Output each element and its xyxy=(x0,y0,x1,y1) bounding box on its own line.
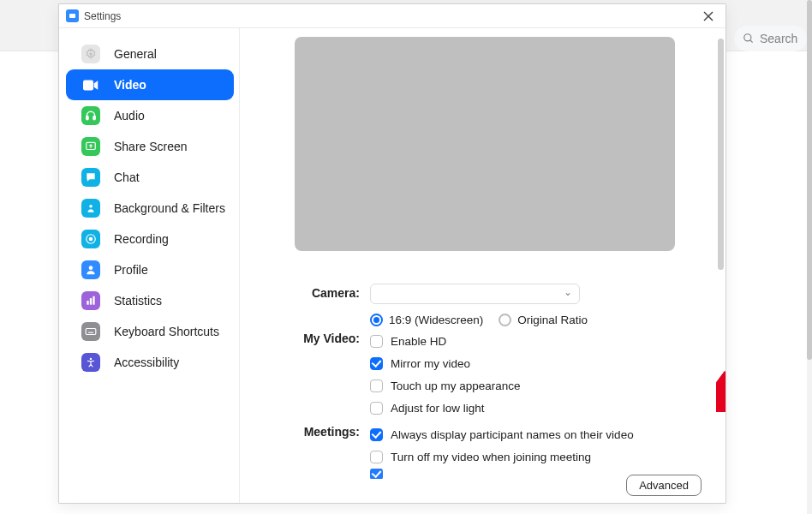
advanced-button-label: Advanced xyxy=(639,479,689,492)
sidebar-item-label: Profile xyxy=(114,263,148,277)
content-scrollbar[interactable] xyxy=(718,39,724,465)
aspect-original-radio[interactable] xyxy=(499,314,511,326)
always-names-checkbox[interactable] xyxy=(370,428,383,441)
settings-content: Camera: 16:9 (Widescreen) Original Ratio… xyxy=(240,28,725,503)
camera-label: Camera: xyxy=(267,284,370,300)
sidebar-item-profile[interactable]: Profile xyxy=(66,254,234,285)
sidebar-item-audio[interactable]: Audio xyxy=(66,100,234,131)
svg-point-12 xyxy=(89,266,93,270)
mirror-label: Mirror my video xyxy=(391,357,470,370)
close-icon xyxy=(703,11,713,21)
sidebar-item-label: Statistics xyxy=(114,294,162,308)
svg-rect-6 xyxy=(87,117,88,120)
sidebar-item-general[interactable]: General xyxy=(66,39,234,69)
svg-rect-14 xyxy=(90,298,92,305)
sidebar-item-accessibility[interactable]: Accessibility xyxy=(66,347,234,378)
search-input[interactable]: Search xyxy=(734,26,807,51)
touchup-checkbox[interactable] xyxy=(370,380,383,392)
aspect-wide-label: 16:9 (Widescreen) xyxy=(389,314,483,326)
svg-rect-13 xyxy=(87,301,88,305)
settings-window: Settings General Video xyxy=(58,3,726,504)
profile-icon xyxy=(81,260,100,279)
chat-icon xyxy=(81,168,100,187)
svg-point-9 xyxy=(89,205,93,208)
svg-point-4 xyxy=(89,52,93,56)
sidebar-item-label: General xyxy=(114,47,157,61)
sidebar-item-background-filters[interactable]: Background & Filters xyxy=(66,193,234,224)
sidebar-item-label: Recording xyxy=(114,232,169,246)
sidebar-item-chat[interactable]: Chat xyxy=(66,162,234,193)
gear-icon xyxy=(81,45,100,63)
search-icon xyxy=(743,33,755,45)
lowlight-checkbox[interactable] xyxy=(370,402,383,415)
sidebar-item-keyboard-shortcuts[interactable]: Keyboard Shortcuts xyxy=(66,316,234,347)
zoom-logo-icon xyxy=(66,9,79,22)
record-icon xyxy=(81,230,100,248)
touchup-label: Touch up my appearance xyxy=(391,380,521,392)
keyboard-icon xyxy=(81,322,100,341)
sidebar-item-share-screen[interactable]: Share Screen xyxy=(66,131,234,162)
meetings-label: Meetings: xyxy=(267,422,370,439)
sidebar-item-label: Keyboard Shortcuts xyxy=(114,325,219,338)
svg-point-22 xyxy=(90,358,92,360)
lowlight-label: Adjust for low light xyxy=(391,402,485,415)
partial-checkbox[interactable] xyxy=(370,469,383,479)
sidebar-item-label: Accessibility xyxy=(114,356,179,369)
search-placeholder: Search xyxy=(760,32,797,45)
statistics-icon xyxy=(81,291,100,310)
svg-rect-16 xyxy=(86,329,96,335)
camera-select[interactable] xyxy=(370,284,580,304)
accessibility-icon xyxy=(81,353,100,372)
advanced-button[interactable]: Advanced xyxy=(626,475,702,496)
aspect-wide-radio[interactable] xyxy=(370,314,383,326)
sidebar-item-label: Chat xyxy=(114,170,140,184)
background-filters-icon xyxy=(81,199,100,218)
svg-point-0 xyxy=(744,34,751,41)
content-scrollbar-thumb[interactable] xyxy=(718,39,724,270)
sidebar-item-video[interactable]: Video xyxy=(66,69,234,100)
sidebar-item-label: Share Screen xyxy=(114,140,188,153)
svg-point-11 xyxy=(89,237,93,242)
turn-off-checkbox[interactable] xyxy=(370,451,383,463)
share-screen-icon xyxy=(81,137,100,156)
page-scrollbar-thumb[interactable] xyxy=(807,0,812,360)
settings-sidebar: General Video Audio Share Screen xyxy=(59,28,240,503)
sidebar-item-label: Background & Filters xyxy=(114,201,225,215)
svg-rect-7 xyxy=(93,117,95,120)
sidebar-item-label: Video xyxy=(114,78,146,92)
svg-rect-5 xyxy=(83,80,93,90)
svg-line-1 xyxy=(750,40,753,43)
headset-icon xyxy=(81,106,100,125)
window-titlebar: Settings xyxy=(59,4,725,28)
svg-rect-15 xyxy=(93,296,94,305)
aspect-original-label: Original Ratio xyxy=(517,314,588,326)
sidebar-item-label: Audio xyxy=(114,109,145,123)
video-icon xyxy=(81,75,100,94)
myvideo-label: My Video: xyxy=(267,329,370,345)
enable-hd-checkbox[interactable] xyxy=(370,335,383,348)
always-names-label: Always display participant names on thei… xyxy=(391,428,634,441)
sidebar-item-statistics[interactable]: Statistics xyxy=(66,285,234,316)
sidebar-item-recording[interactable]: Recording xyxy=(66,224,234,254)
mirror-checkbox[interactable] xyxy=(370,357,383,370)
video-preview xyxy=(295,37,675,251)
page-scrollbar[interactable] xyxy=(807,0,812,514)
enable-hd-label: Enable HD xyxy=(391,335,446,348)
window-title: Settings xyxy=(84,10,121,22)
close-button[interactable] xyxy=(696,4,720,28)
turn-off-label: Turn off my video when joining meeting xyxy=(391,451,591,463)
